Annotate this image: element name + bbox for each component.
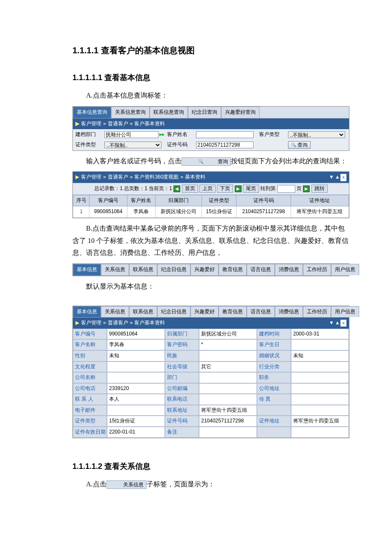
breadcrumb-item: 客户管理: [81, 119, 101, 129]
breadcrumb-item: 客户管理: [81, 318, 101, 328]
unfold-icon[interactable]: ▸▸: [159, 130, 164, 139]
heading-1-1-1-1-1: 1.1.1.1.1 查看基本信息: [72, 71, 349, 84]
tab-6[interactable]: 语言信息: [247, 306, 275, 318]
breadcrumb-arrow-icon: ▶: [75, 318, 79, 328]
tab-6[interactable]: 语言信息: [247, 264, 275, 275]
last-page-icon[interactable]: ▶: [235, 185, 242, 192]
export-icon[interactable]: X: [340, 320, 346, 327]
form-label: 归属部门: [165, 329, 199, 340]
jump-page-input[interactable]: [277, 185, 295, 193]
form-label: 性别: [73, 350, 107, 361]
breadcrumb-item: 客户管理: [81, 173, 101, 182]
breadcrumb-item: 普通客户: [108, 173, 128, 182]
tab-1[interactable]: 关系信息: [101, 306, 129, 318]
collapse-down-icon[interactable]: ▼: [329, 173, 334, 182]
form-value: 2000-03-31: [291, 329, 349, 340]
form-label: 联系电话: [165, 394, 199, 405]
first-page-icon[interactable]: ◀: [173, 185, 180, 192]
input-dept[interactable]: [104, 131, 159, 138]
tab-0[interactable]: 基本信息: [73, 306, 101, 318]
select-idtype[interactable]: ..不限制..: [104, 142, 161, 148]
label-dept: 建档部门: [74, 130, 104, 139]
results-table: 序号客户编号客户姓名归属部门证件类型证件号码证件地址 19900851064李凤…: [73, 195, 349, 218]
tab-2[interactable]: 联系信息: [129, 264, 157, 275]
form-value: [291, 383, 349, 394]
form-value: 其它: [199, 361, 257, 373]
tab-3[interactable]: 纪念日信息: [157, 306, 190, 318]
input-name[interactable]: [196, 131, 253, 138]
form-value: [291, 339, 349, 350]
step-a2-text: A.点击关系信息子标签，页面显示为：: [72, 478, 349, 491]
step-b-text: B.点击查询结果中某条记录前的序号，页面下方的新滚动框中显示其详细信息，其中包含…: [72, 223, 349, 259]
tab-4[interactable]: 兴趣爱好查询: [221, 107, 259, 118]
tab-9[interactable]: 用户信息: [331, 306, 359, 318]
form-value: 15位身份证: [107, 416, 165, 427]
tab-0[interactable]: 基本信息: [73, 264, 101, 275]
breadcrumb-arrow-icon: ▶: [75, 119, 79, 129]
table-row[interactable]: 19900851064李凤春新抚区域分公司15位身份证2104025711272…: [73, 206, 349, 218]
tab-2[interactable]: 联系信息查询: [150, 107, 188, 118]
label-idtype: 证件类型: [74, 140, 104, 150]
form-value: 新抚区域分公司: [199, 329, 257, 340]
pager-info: 总记录数：1 总页数：1 当前页：1: [94, 185, 172, 191]
tab-9[interactable]: 用户信息: [331, 264, 359, 275]
breadcrumb-item: 客户基本资料: [134, 318, 165, 328]
jump-icon[interactable]: ▶: [303, 185, 310, 192]
input-idno[interactable]: [196, 142, 253, 148]
form-label: 民族: [165, 350, 199, 361]
query-panel: 基本信息查询关系信息查询联系信息查询纪念日查询兴趣爱好查询 ▶客户管理»普通客户…: [72, 106, 349, 150]
column-header: 证件地址: [291, 195, 349, 206]
inline-query-button: 查询: [182, 157, 231, 166]
tab-1[interactable]: 关系信息: [101, 264, 129, 275]
first-page-button[interactable]: 首页: [182, 185, 198, 193]
tab-5[interactable]: 教育信息: [219, 306, 247, 318]
column-header: 序号: [73, 195, 89, 206]
prev-page-button[interactable]: 上页: [199, 185, 216, 193]
tab-7[interactable]: 消费信息: [275, 264, 303, 275]
form-label: 公司名称: [73, 372, 107, 383]
detail-tabs-strip: 基本信息关系信息联系信息纪念日信息兴趣爱好教育信息语言信息消费信息工作经历用户信…: [72, 263, 349, 276]
form-value: [291, 372, 349, 383]
form-label: 证件号码: [165, 416, 199, 427]
form-value: 未知: [107, 350, 165, 361]
tab-3[interactable]: 纪念日查询: [188, 107, 221, 118]
tab-4[interactable]: 兴趣爱好: [190, 264, 219, 275]
tab-1[interactable]: 关系信息查询: [111, 107, 150, 118]
collapse-up-icon[interactable]: ▲: [334, 318, 340, 328]
heading-1-1-1-1-2: 1.1.1.1.2 查看关系信息: [72, 460, 349, 473]
tab-8[interactable]: 工作经历: [303, 306, 331, 318]
form-value: [291, 405, 349, 416]
collapse-down-icon[interactable]: ▼: [329, 318, 334, 328]
column-header: 客户编号: [89, 195, 127, 206]
row-index[interactable]: 1: [73, 206, 89, 218]
form-label: 客户生日: [257, 339, 291, 350]
next-page-button[interactable]: 下页: [217, 185, 233, 193]
detail-panel: 基本信息关系信息联系信息纪念日信息兴趣爱好教育信息语言信息消费信息工作经历用户信…: [72, 306, 349, 438]
select-type[interactable]: ..不限制..: [288, 131, 345, 138]
form-value: 210402571127298: [199, 416, 257, 427]
form-label: 联系地址: [165, 405, 199, 416]
last-page-button[interactable]: 尾页: [243, 185, 259, 193]
jump-button[interactable]: 跳转: [311, 185, 328, 193]
tab-2[interactable]: 联系信息: [129, 306, 157, 318]
tab-8[interactable]: 工作经历: [303, 264, 331, 275]
step-a-text: A.点击基本信息查询标签：: [72, 90, 349, 102]
form-value: [291, 427, 349, 438]
tab-7[interactable]: 消费信息: [275, 306, 303, 318]
page-suffix: 页: [297, 185, 302, 191]
tab-3[interactable]: 纪念日信息: [157, 264, 190, 275]
form-value: 本人: [107, 394, 165, 405]
form-label: [257, 405, 291, 416]
breadcrumb-item: 基本资料: [185, 173, 205, 182]
tab-0[interactable]: 基本信息查询: [73, 107, 111, 118]
form-label: 文化程度: [73, 361, 107, 373]
export-icon[interactable]: X: [340, 174, 346, 181]
form-label: 公司邮编: [165, 383, 199, 394]
breadcrumb-arrow-icon: ▶: [75, 173, 79, 182]
query-button[interactable]: 查询: [288, 141, 311, 149]
column-header: 客户姓名: [127, 195, 155, 206]
tab-5[interactable]: 教育信息: [219, 264, 247, 275]
collapse-up-icon[interactable]: ▲: [334, 173, 340, 182]
tab-4[interactable]: 兴趣爱好: [190, 306, 219, 318]
form-value: [199, 383, 257, 394]
